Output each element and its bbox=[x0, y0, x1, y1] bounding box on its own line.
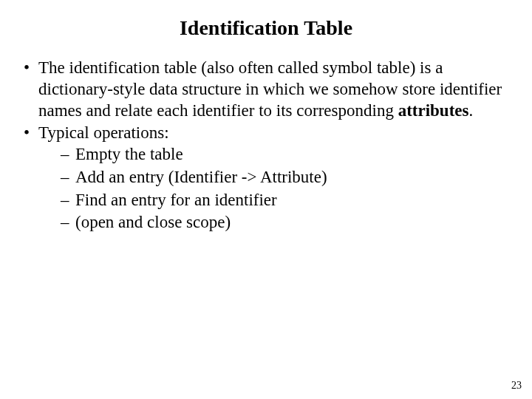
sub-item: Add an entry (Identifier -> Attribute) bbox=[38, 167, 511, 188]
bullet-text-bold: attributes bbox=[398, 101, 469, 120]
sub-item: (open and close scope) bbox=[38, 212, 511, 233]
bullet-item: The identification table (also often cal… bbox=[21, 58, 511, 121]
page-number: 23 bbox=[511, 380, 522, 392]
bullet-text-pre: Typical operations: bbox=[38, 123, 169, 142]
bullet-item: Typical operations: Empty the table Add … bbox=[21, 123, 511, 233]
bullet-list: The identification table (also often cal… bbox=[21, 58, 511, 233]
sub-item: Empty the table bbox=[38, 144, 511, 166]
slide: Identification Table The identification … bbox=[0, 0, 532, 399]
slide-content: The identification table (also often cal… bbox=[0, 49, 532, 233]
bullet-text-post: . bbox=[468, 101, 473, 120]
sub-list: Empty the table Add an entry (Identifier… bbox=[38, 144, 511, 233]
slide-title: Identification Table bbox=[0, 0, 532, 49]
sub-item: Find an entry for an identifier bbox=[38, 190, 511, 211]
